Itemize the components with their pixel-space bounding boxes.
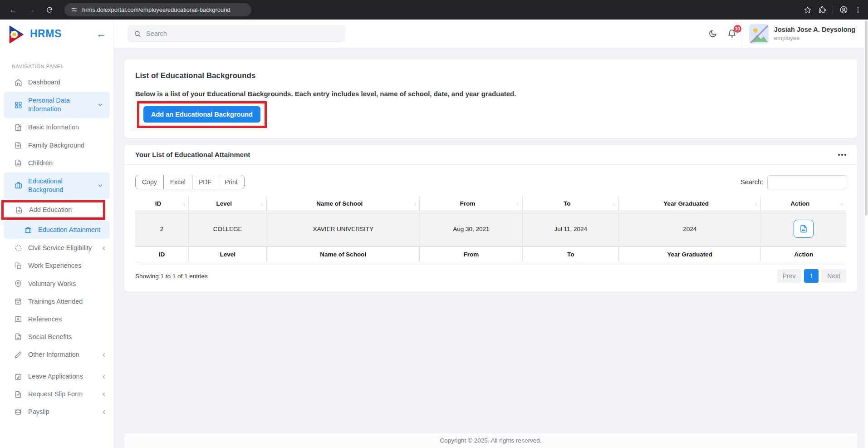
user-role: employee xyxy=(774,34,855,41)
chevron-down-icon xyxy=(97,182,103,189)
global-search[interactable] xyxy=(128,25,345,42)
file-document-icon xyxy=(799,225,808,233)
footer-header-school: Name of School xyxy=(267,247,420,262)
file-text-icon xyxy=(15,142,22,149)
column-header-from[interactable]: From↑↓ xyxy=(420,197,523,211)
sidebar-item-leave-applications[interactable]: Leave Applications xyxy=(0,368,113,385)
sidebar-item-payslip[interactable]: Payslip xyxy=(0,403,113,421)
hrms-logo xyxy=(7,24,26,44)
user-menu[interactable]: Josiah Jose A. Deysolong employee xyxy=(741,20,868,48)
sidebar-item-family-background[interactable]: Family Background xyxy=(0,137,113,154)
global-search-input[interactable] xyxy=(146,30,339,37)
browser-forward-button[interactable]: → xyxy=(25,3,38,17)
home-icon xyxy=(15,79,22,86)
pagination-next-button[interactable]: Next xyxy=(821,269,846,283)
intro-card: List of Educational Backgrounds Below is… xyxy=(124,59,857,138)
column-header-year[interactable]: Year Graduated↑↓ xyxy=(619,197,761,211)
sidebar-collapse-button[interactable]: ← xyxy=(96,29,106,39)
attainment-card: Your List of Educational Attainment Copy… xyxy=(124,145,857,292)
sidebar-item-children[interactable]: Children xyxy=(0,154,113,172)
sidebar-item-basic-information[interactable]: Basic Information xyxy=(0,118,113,136)
table-search-input[interactable] xyxy=(767,175,846,189)
id-card-icon xyxy=(15,315,22,323)
app-window: HRMS ← NAVIGATION PANEL Dashboard Person… xyxy=(0,20,868,448)
card-options-icon[interactable] xyxy=(838,154,846,156)
cell-level: COLLEGE xyxy=(189,211,267,247)
table-header-row: ID↑↓ Level↑↓ Name of School↑↓ From↑↓ To↑… xyxy=(135,197,846,211)
print-button[interactable]: Print xyxy=(218,175,244,189)
sidebar-item-educational-background[interactable]: Educational Background xyxy=(4,172,110,199)
moon-icon xyxy=(708,29,717,38)
add-educational-background-button[interactable]: Add an Educational Background xyxy=(143,106,260,123)
bookmark-star-icon[interactable] xyxy=(804,6,812,14)
sidebar-item-social-benefits[interactable]: Social Benefits xyxy=(0,328,113,346)
attainment-card-header: Your List of Educational Attainment xyxy=(124,145,857,165)
file-text-icon xyxy=(15,391,22,398)
page-content: List of Educational Backgrounds Below is… xyxy=(114,48,868,448)
sidebar-item-education-attainment[interactable]: Education Attainment xyxy=(4,221,110,239)
column-header-school[interactable]: Name of School↑↓ xyxy=(267,197,420,211)
browser-reload-button[interactable] xyxy=(43,3,56,17)
sort-icon: ↑↓ xyxy=(182,201,185,206)
sidebar-item-other-information[interactable]: Other Information xyxy=(0,346,113,364)
sidebar-item-trainings-attended[interactable]: Trainings Attended xyxy=(0,293,113,310)
attainment-card-body: Copy Excel PDF Print Search: xyxy=(124,165,857,292)
app-header: 10 Josiah Jose A. Deysolong employee xyxy=(114,20,868,48)
pagination: Prev 1 Next xyxy=(777,269,846,283)
browser-chrome: ← → hrms.dolexportal.com/employee/educat… xyxy=(0,0,868,20)
pagination-page-1-button[interactable]: 1 xyxy=(804,269,819,283)
page-scrollbar[interactable] xyxy=(864,20,868,448)
notification-badge: 10 xyxy=(734,25,741,33)
database-icon xyxy=(15,409,22,416)
footer-header-id: ID xyxy=(135,247,189,262)
chevron-left-icon xyxy=(101,245,107,251)
sidebar: HRMS ← NAVIGATION PANEL Dashboard Person… xyxy=(0,20,114,448)
sidebar-item-personal-data-information[interactable]: Personal Data Information xyxy=(4,92,110,118)
chevron-left-icon xyxy=(101,374,107,380)
export-button-group: Copy Excel PDF Print xyxy=(135,175,245,189)
cell-id: 2 xyxy=(135,211,189,247)
sidebar-item-dashboard[interactable]: Dashboard xyxy=(0,74,113,91)
cell-to: Jul 11, 2024 xyxy=(523,211,619,247)
chevron-left-icon xyxy=(101,352,107,358)
avatar xyxy=(749,24,769,44)
footer-header-year: Year Graduated xyxy=(619,247,761,262)
notifications-button[interactable]: 10 xyxy=(722,24,741,43)
scrollbar-thumb[interactable] xyxy=(865,20,868,216)
pencil-icon xyxy=(15,351,22,359)
cell-school: XAVIER UNIVERSITY xyxy=(267,211,420,247)
sort-icon: ↑↓ xyxy=(260,201,263,206)
column-header-action[interactable]: Action↑↓ xyxy=(761,197,846,211)
extensions-icon[interactable] xyxy=(818,6,826,14)
site-info-icon[interactable] xyxy=(71,6,78,13)
sidebar-item-voluntary-works[interactable]: Voluntary Works xyxy=(0,275,113,293)
sidebar-item-work-experiences[interactable]: Work Experiences xyxy=(0,257,113,275)
column-header-to[interactable]: To↑↓ xyxy=(523,197,619,211)
sort-icon: ↑↓ xyxy=(840,201,843,206)
file-text-icon xyxy=(15,207,23,214)
chevron-left-icon xyxy=(101,391,107,398)
footer-header-to: To xyxy=(523,247,619,262)
column-header-id[interactable]: ID↑↓ xyxy=(135,197,189,211)
sidebar-item-references[interactable]: References xyxy=(0,310,113,328)
pdf-button[interactable]: PDF xyxy=(192,175,218,189)
address-bar[interactable]: hrms.dolexportal.com/employee/educationa… xyxy=(64,3,251,16)
table-footer-row: ID Level Name of School From To Year Gra… xyxy=(135,247,846,262)
copyright-text: Copyright © 2025. All rights reserved. xyxy=(440,437,542,444)
sidebar-item-add-education[interactable]: Add Education xyxy=(4,202,103,217)
browser-back-button[interactable]: ← xyxy=(6,3,20,17)
chrome-divider xyxy=(833,6,833,14)
nav-section-label: NAVIGATION PANEL xyxy=(0,48,113,74)
table-toolbar: Copy Excel PDF Print Search: xyxy=(135,175,846,189)
column-header-level[interactable]: Level↑↓ xyxy=(189,197,267,211)
copy-button[interactable]: Copy xyxy=(136,175,164,189)
browser-profile-icon[interactable] xyxy=(839,5,848,14)
sidebar-item-request-slip-form[interactable]: Request Slip Form xyxy=(0,385,113,403)
attainment-card-title: Your List of Educational Attainment xyxy=(135,151,250,158)
theme-toggle-button[interactable] xyxy=(703,24,722,43)
sidebar-item-civil-service-eligibility[interactable]: Civil Service Eligibility xyxy=(0,239,113,257)
excel-button[interactable]: Excel xyxy=(164,175,192,189)
browser-menu-icon[interactable] xyxy=(854,6,862,14)
view-record-button[interactable] xyxy=(794,220,814,238)
pagination-prev-button[interactable]: Prev xyxy=(777,269,802,283)
